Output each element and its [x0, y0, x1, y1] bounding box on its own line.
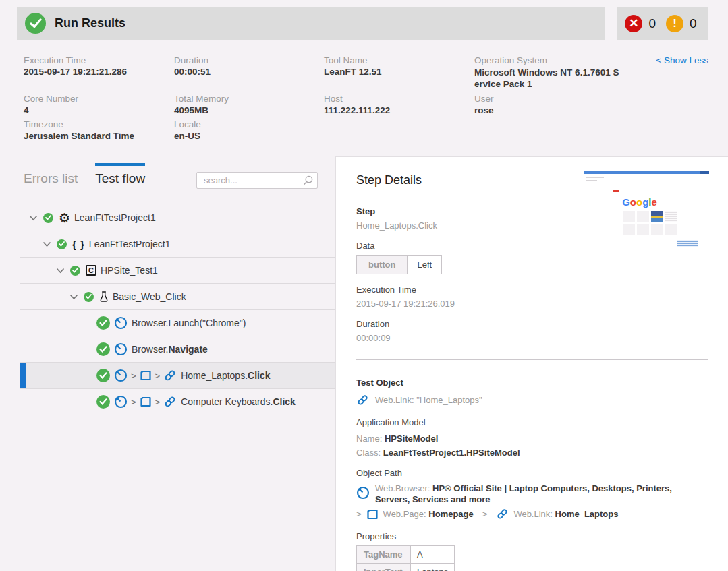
field-value: Microsoft Windows NT 6.1.7601 Service Pa… [474, 67, 619, 90]
error-count: 0 [648, 16, 656, 31]
path-separator: > [128, 397, 140, 407]
property-value: A [411, 546, 455, 564]
duration-label: Duration [356, 319, 708, 329]
model-name-row: Name: HPSiteModel [356, 433, 708, 444]
thumb-browser-controls [700, 171, 709, 174]
model-class-row: Class: LeanFtTestProject1.HPSiteModel [356, 448, 708, 458]
status-passed-icon [84, 292, 94, 302]
chevron-down-icon[interactable] [43, 241, 51, 247]
tree-row-project[interactable]: ⚙ LeanFtTestProject1 [20, 205, 335, 231]
properties-table: TagName A InnerText Laptops Index 4 [356, 545, 455, 571]
field-label: Duration [174, 55, 324, 65]
search-input[interactable] [196, 172, 318, 189]
path-separator: > [478, 509, 492, 519]
web-link-icon [163, 395, 177, 409]
show-less-link[interactable]: < Show Less [656, 55, 708, 65]
error-icon: ✕ [625, 15, 642, 32]
status-passed-icon [96, 395, 110, 409]
status-passed-icon [57, 239, 67, 249]
tree-row-test[interactable]: Basic_Web_Click [20, 284, 335, 310]
object-path-browser-row: Web.Browser: HP® Official Site | Laptop … [356, 483, 708, 505]
tree-row-step-home-laptops[interactable]: > > Home_Laptops.Click [20, 363, 335, 389]
chevron-down-icon[interactable] [56, 268, 65, 274]
field-user: User rose [474, 94, 685, 115]
property-key: InnerText [357, 564, 411, 571]
tree-row-label: HPSite_Test1 [101, 265, 158, 276]
tree-row-class[interactable]: C HPSite_Test1 [20, 258, 335, 284]
thumb-browser-bar [584, 171, 709, 174]
field-host: Host 111.222.111.222 [324, 94, 474, 115]
tree-row-namespace[interactable]: { } LeanFtTestProject1 [20, 231, 335, 258]
table-row: InnerText Laptops [357, 564, 455, 571]
field-locale: Locale en-US [174, 119, 324, 141]
web-page-icon [140, 396, 152, 408]
path-separator: > [152, 371, 164, 381]
tree-row-step-launch[interactable]: Browser.Launch("Chrome") [20, 310, 335, 336]
tab-errors-list[interactable]: Errors list [24, 163, 78, 186]
gear-icon: ⚙ [59, 212, 70, 224]
thumb-addressbar [586, 180, 597, 181]
warning-icon: ! [666, 15, 683, 32]
test-object-value: Web.Link: "Home_Laptops" [375, 395, 482, 405]
data-value: Left [408, 256, 441, 274]
object-path-page-row: > Web.Page: Homepage > Web.Link: Home_La… [356, 508, 708, 520]
field-value: Jerusalem Standard Time [24, 131, 174, 141]
field-label: Operation System [474, 55, 685, 65]
tree-row-step-computer-keyboards[interactable]: > > Computer Keyboards.Click [20, 389, 335, 415]
property-key: TagName [357, 546, 411, 564]
search-box [196, 172, 318, 189]
field-label: Timezone [24, 119, 174, 129]
run-status-passed-icon [25, 13, 46, 34]
tree-row-label: Browser.Launch("Chrome") [132, 318, 246, 328]
execution-time-label: Execution Time [356, 284, 708, 295]
web-page-icon [140, 369, 152, 382]
tree-row-step-navigate[interactable]: Browser.Navigate [20, 336, 335, 363]
thumb-addressbar [586, 177, 604, 178]
field-label: Host [324, 94, 474, 104]
field-value: LeanFT 12.51 [324, 67, 474, 77]
test-object-label: Test Object [356, 378, 708, 388]
properties-label: Properties [356, 531, 708, 541]
thumb-google-logo: Google [584, 196, 696, 208]
table-row: TagName A [357, 546, 455, 564]
field-value: 4095MB [174, 105, 324, 115]
tree-row-label: LeanFtTestProject1 [89, 239, 171, 249]
test-object-row: Web.Link: "Home_Laptops" [356, 394, 708, 407]
warning-count: 0 [690, 16, 697, 31]
thumb-tile-grid [623, 211, 677, 235]
browser-icon [114, 342, 128, 356]
step-screenshot-thumbnail[interactable]: Google [584, 169, 709, 253]
search-icon[interactable] [302, 175, 314, 189]
tree-row-label: LeanFtTestProject1 [74, 212, 156, 223]
chevron-down-icon[interactable] [29, 215, 38, 221]
field-value: 2015-09-17 19:21:21.286 [24, 67, 174, 77]
field-duration: Duration 00:00:51 [174, 55, 324, 90]
status-passed-icon [96, 342, 110, 356]
field-label: User [474, 94, 685, 104]
status-passed-icon [96, 369, 110, 382]
field-value: rose [474, 105, 685, 115]
field-execution-time: Execution Time 2015-09-17 19:21:21.286 [24, 55, 174, 90]
chevron-down-icon[interactable] [69, 294, 78, 300]
run-results-page: Run Results ✕ 0 ! 0 Execution Time 2015-… [0, 0, 728, 571]
browser-icon [114, 369, 128, 382]
page-title: Run Results [55, 16, 125, 30]
tree-row-label: Home_Laptops.Click [181, 370, 270, 381]
status-passed-icon [43, 213, 53, 223]
web-page-icon [366, 508, 379, 520]
tree-row-label: Browser.Navigate [132, 344, 208, 355]
web-link-icon [163, 369, 177, 382]
thumb-bookmark [613, 190, 619, 192]
field-label: Execution Time [24, 55, 174, 65]
field-label: Locale [174, 119, 324, 129]
property-value: Laptops [411, 564, 455, 571]
test-flow-tree: ⚙ LeanFtTestProject1 { } LeanFtTestProje… [20, 205, 335, 415]
web-link-icon [496, 508, 509, 520]
field-timezone: Timezone Jerusalem Standard Time [24, 119, 174, 141]
field-core-number: Core Number 4 [24, 94, 174, 115]
field-value: en-US [174, 131, 324, 141]
thumb-footer-links [677, 240, 698, 247]
tab-test-flow[interactable]: Test flow [95, 163, 145, 186]
status-passed-icon [96, 316, 110, 330]
field-tool-name: Tool Name LeanFT 12.51 [324, 55, 474, 90]
